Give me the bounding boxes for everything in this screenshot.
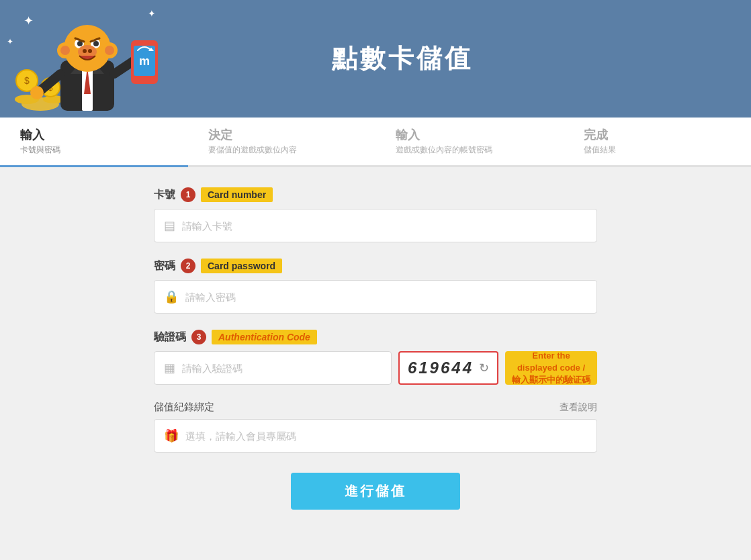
auth-code-label-cn: 驗證碼	[154, 330, 186, 344]
step-3[interactable]: 輸入 遊戲或數位內容的帳號密碼	[376, 118, 564, 165]
binding-input[interactable]	[185, 430, 587, 442]
gift-icon: 🎁	[164, 428, 179, 443]
step-1[interactable]: 輸入 卡號與密碼	[0, 118, 188, 167]
auth-code-tag: Authentication Code	[212, 330, 317, 344]
step-2-sub: 要儲值的遊戲或數位內容	[208, 144, 356, 156]
submit-area: 進行儲值	[154, 473, 597, 510]
captcha-code: 619644	[408, 359, 474, 377]
step-2[interactable]: 決定 要儲值的遊戲或數位內容	[188, 118, 376, 165]
auth-code-label-row: 驗證碼 3 Authentication Code	[154, 330, 597, 344]
binding-label: 儲值紀錄綁定	[154, 401, 214, 414]
step-4-label: 完成	[584, 127, 732, 143]
captcha-hint-text: Enter thedisplayed code /輸入顯示中的驗证碼	[512, 350, 590, 387]
auth-code-group: 驗證碼 3 Authentication Code ▦ 619644 ↻ Ent…	[154, 330, 597, 385]
binding-link[interactable]: 查看說明	[560, 402, 597, 414]
card-password-input-wrapper: 🔒	[154, 280, 597, 314]
card-number-group: 卡號 1 Card number ▤	[154, 187, 597, 242]
captcha-display: 619644 ↻	[398, 351, 498, 385]
captcha-hint: Enter thedisplayed code /輸入顯示中的驗证碼	[505, 351, 597, 385]
card-password-tag: Card password	[201, 259, 282, 273]
page-title: 點數卡儲值	[332, 42, 473, 76]
step-2-label: 決定	[208, 127, 356, 143]
svg-point-20	[93, 41, 99, 46]
card-password-input[interactable]	[185, 291, 587, 303]
captcha-icon: ▦	[164, 361, 175, 375]
step-3-sub: 遊戲或數位內容的帳號密碼	[396, 144, 543, 156]
binding-input-wrapper: 🎁	[154, 419, 597, 453]
card-password-group: 密碼 2 Card password 🔒	[154, 259, 597, 314]
card-number-label-cn: 卡號	[154, 188, 175, 202]
card-number-label-row: 卡號 1 Card number	[154, 187, 597, 202]
captcha-row: ▦ 619644 ↻ Enter thedisplayed code /輸入顯示…	[154, 351, 597, 385]
lock-icon: 🔒	[164, 289, 179, 304]
binding-group: 儲值紀錄綁定 查看說明 🎁	[154, 401, 597, 453]
svg-point-24	[83, 49, 87, 53]
refresh-icon[interactable]: ↻	[479, 361, 489, 375]
svg-point-14	[60, 46, 70, 55]
mascot-image: $ $	[0, 0, 208, 118]
submit-button[interactable]: 進行儲值	[291, 473, 460, 510]
card-password-label-cn: 密碼	[154, 259, 175, 273]
form-container: 卡號 1 Card number ▤ 密碼 2 Card password 🔒	[154, 187, 597, 510]
svg-text:$: $	[24, 75, 30, 86]
step-4-sub: 儲值結果	[584, 144, 732, 156]
auth-code-input-wrapper: ▦	[154, 351, 392, 385]
main-content: 卡號 1 Card number ▤ 密碼 2 Card password 🔒	[0, 167, 751, 536]
stepper-nav: 輸入 卡號與密碼 決定 要儲值的遊戲或數位內容 輸入 遊戲或數位內容的帳號密碼 …	[0, 118, 751, 167]
svg-point-27	[30, 86, 44, 99]
header-banner: ✦ ✦ ✦ $ $	[0, 0, 751, 118]
card-password-badge: 2	[181, 259, 195, 273]
step-3-label: 輸入	[396, 127, 543, 143]
card-number-icon: ▤	[164, 218, 175, 233]
auth-code-badge: 3	[191, 330, 206, 344]
auth-code-input[interactable]	[182, 363, 382, 374]
card-number-tag: Card number	[201, 187, 273, 202]
step-1-sub: 卡號與密碼	[20, 144, 168, 156]
card-number-input[interactable]	[182, 220, 587, 232]
svg-point-16	[105, 46, 114, 55]
step-4[interactable]: 完成 儲值結果	[564, 118, 752, 165]
svg-text:m: m	[139, 54, 150, 68]
svg-point-25	[88, 49, 92, 53]
card-number-badge: 1	[181, 187, 195, 202]
step-1-label: 輸入	[20, 127, 168, 143]
binding-label-row: 儲值紀錄綁定 查看說明	[154, 401, 597, 414]
card-number-input-wrapper: ▤	[154, 209, 597, 242]
card-password-label-row: 密碼 2 Card password	[154, 259, 597, 273]
